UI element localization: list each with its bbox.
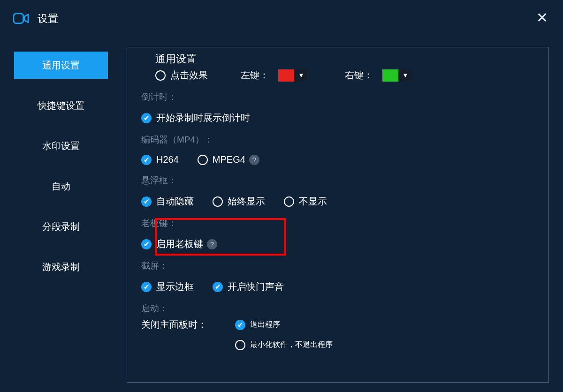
sidebar-item-general[interactable]: 通用设置 xyxy=(14,52,108,79)
check-icon: ✔ xyxy=(141,282,152,292)
window-title: 设置 xyxy=(38,12,58,26)
screenshot-shutter-option[interactable]: ✔ 开启快门声音 xyxy=(213,280,284,293)
left-click-color-picker[interactable]: ▼ xyxy=(278,69,307,82)
bosskey-option-label: 启用老板键 xyxy=(156,238,203,250)
check-icon: ✔ xyxy=(141,196,152,207)
radio-icon xyxy=(235,340,245,350)
float-always-label: 始终显示 xyxy=(228,195,265,208)
sidebar: 通用设置 快捷键设置 水印设置 自动 分段录制 游戏录制 xyxy=(0,38,122,392)
click-effect-option[interactable]: 点击效果 xyxy=(155,69,208,82)
float-autohide-label: 自动隐藏 xyxy=(156,195,194,208)
titlebar: 设置 ✕ xyxy=(0,0,563,38)
close-icon[interactable]: ✕ xyxy=(536,9,548,26)
right-click-color-picker[interactable]: ▼ xyxy=(382,69,411,82)
float-section-label: 悬浮框： xyxy=(141,174,534,187)
encoder-h264-option[interactable]: ✔ H264 xyxy=(141,154,179,165)
color-swatch-red xyxy=(278,69,294,82)
screenshot-shutter-label: 开启快门声音 xyxy=(228,280,284,293)
check-icon: ✔ xyxy=(235,320,245,330)
main-panel: 通用设置 点击效果 左键： ▼ 右键： ▼ 倒计时： ✔ 开 xyxy=(127,47,549,383)
countdown-section-label: 倒计时： xyxy=(141,91,534,103)
check-icon: ✔ xyxy=(213,282,223,292)
sidebar-item-game[interactable]: 游戏录制 xyxy=(14,253,108,280)
encoder-mpeg4-option[interactable]: MPEG4 ? xyxy=(198,154,259,165)
startup-exit-option[interactable]: ✔ 退出程序 xyxy=(235,320,280,330)
app-icon xyxy=(13,12,29,25)
chevron-down-icon: ▼ xyxy=(399,69,411,82)
close-panel-label: 关闭主面板时： xyxy=(141,318,207,331)
screenshot-section-label: 截屏： xyxy=(141,260,534,272)
encoder-h264-label: H264 xyxy=(156,154,179,165)
float-always-option[interactable]: 始终显示 xyxy=(213,195,265,208)
countdown-option-label: 开始录制时展示倒计时 xyxy=(156,112,250,124)
encoder-mpeg4-label: MPEG4 xyxy=(213,154,245,165)
float-never-option[interactable]: 不显示 xyxy=(284,195,327,208)
radio-icon xyxy=(284,196,294,207)
svg-rect-0 xyxy=(14,14,23,23)
countdown-option[interactable]: ✔ 开始录制时展示倒计时 xyxy=(141,112,250,124)
bosskey-option[interactable]: ✔ 启用老板键 ? xyxy=(141,238,217,250)
startup-section-label: 启动： xyxy=(141,302,534,315)
radio-icon xyxy=(155,70,166,81)
chevron-down-icon: ▼ xyxy=(295,69,307,82)
sidebar-item-watermark[interactable]: 水印设置 xyxy=(14,132,108,159)
click-effect-label: 点击效果 xyxy=(170,69,208,82)
help-icon[interactable]: ? xyxy=(249,155,259,165)
check-icon: ✔ xyxy=(141,113,152,123)
color-swatch-green xyxy=(382,69,398,82)
screenshot-border-option[interactable]: ✔ 显示边框 xyxy=(141,280,194,293)
section-heading: 通用设置 xyxy=(155,52,534,66)
encoder-section-label: 编码器（MP4）： xyxy=(141,134,534,146)
radio-icon xyxy=(213,196,223,207)
radio-icon xyxy=(198,155,208,165)
float-never-label: 不显示 xyxy=(299,195,327,208)
startup-exit-label: 退出程序 xyxy=(250,320,280,330)
bosskey-section-label: 老板键： xyxy=(141,217,534,229)
sidebar-item-hotkeys[interactable]: 快捷键设置 xyxy=(14,92,108,119)
check-icon: ✔ xyxy=(141,239,152,249)
startup-minimize-label: 最小化软件，不退出程序 xyxy=(250,340,333,350)
float-autohide-option[interactable]: ✔ 自动隐藏 xyxy=(141,195,194,208)
left-click-label: 左键： xyxy=(241,69,269,82)
screenshot-border-label: 显示边框 xyxy=(156,280,194,293)
help-icon[interactable]: ? xyxy=(207,239,217,249)
sidebar-item-segment[interactable]: 分段录制 xyxy=(14,213,108,240)
startup-minimize-option[interactable]: 最小化软件，不退出程序 xyxy=(235,340,333,350)
right-click-label: 右键： xyxy=(345,69,373,82)
check-icon: ✔ xyxy=(141,155,152,165)
sidebar-item-auto[interactable]: 自动 xyxy=(14,173,108,200)
